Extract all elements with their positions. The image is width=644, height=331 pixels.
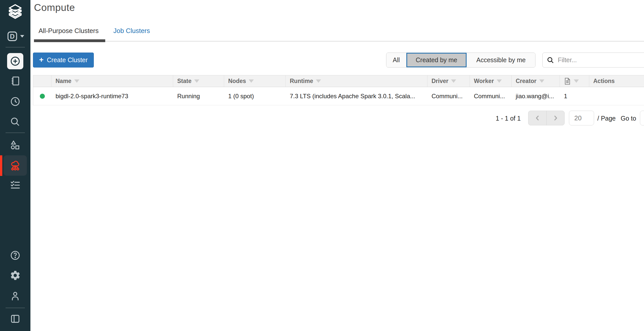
panel-layout-icon — [10, 313, 21, 324]
table-row[interactable]: bigdl-2.0-spark3-runtime73 Running 1 (0 … — [33, 87, 644, 105]
filter-accessible-by-me-button[interactable]: Accessible by me — [467, 53, 535, 67]
sidebar-item-workspace[interactable] — [10, 75, 21, 87]
column-header-runtime[interactable]: Runtime — [286, 75, 427, 87]
sidebar-item-recents[interactable] — [10, 96, 21, 107]
sidebar-item-settings[interactable] — [10, 270, 21, 281]
workspace-d-icon: D — [6, 30, 19, 42]
workspace-selector[interactable]: D — [6, 30, 24, 42]
page-title: Compute — [34, 2, 75, 13]
column-header-creator[interactable]: Creator — [512, 75, 560, 87]
notebook-icon — [10, 75, 21, 87]
search-icon — [547, 56, 554, 64]
svg-text:D: D — [10, 32, 15, 40]
sort-caret-icon[interactable] — [249, 79, 254, 83]
goto-page-input[interactable] — [640, 111, 644, 125]
column-header-actions: Actions — [589, 75, 644, 87]
active-item-indicator — [0, 155, 2, 176]
filter-search-box[interactable] — [542, 53, 644, 68]
sidebar-item-account[interactable] — [10, 290, 21, 302]
gear-icon — [10, 270, 21, 281]
tabs-separator — [34, 41, 644, 42]
sort-caret-icon[interactable] — [194, 79, 199, 83]
column-header-name[interactable]: Name — [51, 75, 173, 87]
clusters-table: Name State Nodes Runtime Driver Worker — [33, 75, 644, 105]
active-tab-underline — [34, 39, 105, 42]
chevron-down-icon — [20, 35, 24, 38]
sort-caret-icon[interactable] — [539, 79, 544, 83]
per-page-label: / Page — [597, 111, 616, 126]
previous-page-button[interactable] — [528, 111, 546, 125]
column-header-state[interactable]: State — [173, 75, 224, 87]
next-page-button[interactable] — [546, 111, 564, 125]
filter-all-button[interactable]: All — [386, 53, 406, 67]
clock-icon — [10, 96, 21, 107]
sidebar-item-data[interactable] — [10, 140, 21, 151]
plus-circle-icon — [10, 56, 21, 67]
sidebar-collapse-toggle[interactable] — [10, 313, 21, 324]
cluster-driver-cell: Communi... — [427, 87, 470, 105]
filter-created-by-me-button[interactable]: Created by me — [406, 53, 467, 67]
sidebar-item-search[interactable] — [10, 116, 21, 127]
tab-all-purpose-clusters[interactable]: All-Purpose Clusters — [39, 27, 99, 35]
column-header-notebooks[interactable] — [560, 75, 589, 87]
filter-input[interactable] — [558, 56, 641, 64]
goto-label: Go to — [621, 111, 636, 126]
column-header-status — [33, 75, 51, 87]
pagination-range: 1 - 1 of 1 — [496, 111, 521, 126]
sidebar-divider — [6, 308, 25, 308]
cluster-creator-cell: jiao.wang@i... — [512, 87, 560, 105]
stacked-layers-icon — [6, 3, 24, 21]
notebook-count-icon — [564, 77, 571, 85]
clusters-cloud-icon — [9, 160, 21, 171]
cluster-notebooks-cell: 1 — [560, 87, 589, 105]
column-header-worker[interactable]: Worker — [470, 75, 512, 87]
cluster-runtime-cell: 7.3 LTS (includes Apache Spark 3.0.1, Sc… — [286, 87, 427, 105]
cluster-name-cell[interactable]: bigdl-2.0-spark3-runtime73 — [51, 87, 173, 105]
table-header-row: Name State Nodes Runtime Driver Worker — [33, 75, 644, 87]
user-icon — [10, 290, 21, 302]
tab-job-clusters[interactable]: Job Clusters — [113, 27, 150, 35]
chevron-left-icon — [534, 115, 541, 121]
create-cluster-label: Create Cluster — [47, 56, 88, 64]
cluster-actions-cell — [589, 87, 644, 105]
cluster-nodes-cell: 1 (0 spot) — [224, 87, 286, 105]
page-size-input[interactable] — [569, 111, 594, 125]
sidebar-item-create[interactable] — [7, 53, 23, 69]
sidebar-item-help[interactable] — [10, 250, 21, 261]
sort-caret-icon[interactable] — [574, 79, 579, 83]
create-cluster-button[interactable]: + Create Cluster — [33, 53, 94, 68]
plus-icon: + — [39, 56, 44, 63]
sidebar-divider — [6, 133, 25, 133]
pager-buttons — [528, 111, 565, 125]
cluster-status-cell — [33, 87, 51, 105]
sort-caret-icon[interactable] — [316, 79, 321, 83]
cluster-state-cell: Running — [173, 87, 224, 105]
scope-filter-group: All Created by me Accessible by me — [386, 53, 535, 68]
databricks-logo[interactable] — [6, 3, 24, 21]
column-header-driver[interactable]: Driver — [427, 75, 470, 87]
sidebar-item-jobs[interactable] — [10, 179, 21, 191]
data-shapes-icon — [10, 140, 21, 151]
help-icon — [10, 250, 21, 261]
search-icon — [10, 116, 21, 127]
compute-page: D — [0, 0, 644, 331]
sidebar: D — [0, 0, 30, 331]
cluster-worker-cell: Communi... — [470, 87, 512, 105]
running-status-icon — [40, 94, 45, 99]
sort-caret-icon[interactable] — [497, 79, 502, 83]
checklist-icon — [10, 179, 21, 191]
column-header-nodes[interactable]: Nodes — [224, 75, 286, 87]
sidebar-divider — [6, 47, 25, 47]
sidebar-item-clusters[interactable] — [4, 155, 27, 176]
chevron-right-icon — [552, 115, 559, 121]
sort-caret-icon[interactable] — [451, 79, 456, 83]
sort-caret-icon[interactable] — [74, 79, 79, 83]
